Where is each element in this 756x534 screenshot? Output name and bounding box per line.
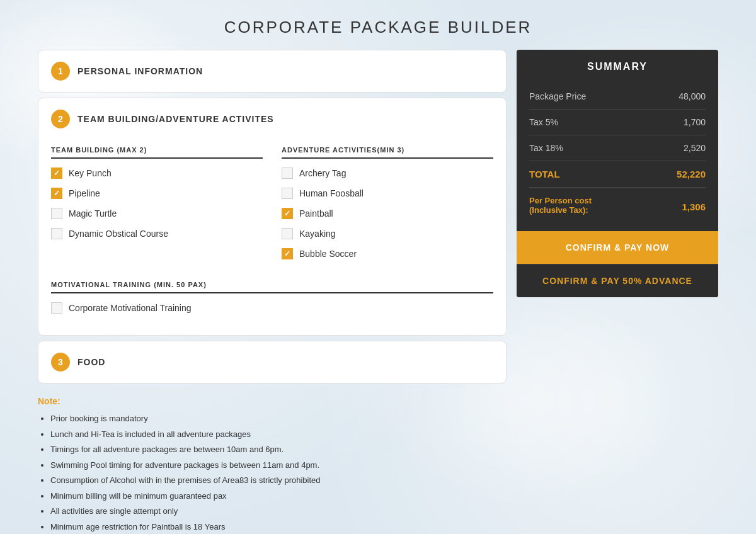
confirm-pay-button[interactable]: CONFIRM & PAY NOW	[517, 231, 718, 264]
note-item: Consumption of Alcohol with in the premi…	[50, 474, 718, 487]
summary-rows: Package Price 48,000 Tax 5% 1,700 Tax 18…	[517, 84, 718, 231]
section-2-title: TEAM BUILDING/ADVENTURE ACTIVITES	[77, 114, 274, 124]
note-item: All activities are single attempt only	[50, 505, 718, 518]
key-punch-item: Key Punch	[51, 168, 263, 179]
team-building-col: TEAM BUILDING (MAX 2) Key Punch Pipeline…	[51, 146, 263, 268]
section-1-header: 1 PERSONAL INFORMATION	[38, 50, 506, 92]
archery-tag-checkbox[interactable]	[282, 168, 293, 179]
summary-title: SUMMARY	[517, 50, 718, 84]
per-person-label: Per Person cost(Inclusive Tax):	[529, 196, 592, 215]
per-person-value: 1,306	[682, 202, 706, 212]
corporate-motivational-checkbox[interactable]	[51, 302, 62, 314]
paintball-checkbox[interactable]	[282, 208, 293, 219]
package-price-row: Package Price 48,000	[529, 84, 706, 110]
magic-turtle-item: Magic Turtle	[51, 208, 263, 219]
notes-list: Prior booking is mandatoryLunch and Hi-T…	[38, 412, 718, 534]
tax18-row: Tax 18% 2,520	[529, 135, 706, 161]
corporate-motivational-label: Corporate Motivational Training	[69, 303, 192, 313]
human-foosball-label: Human Foosball	[299, 188, 364, 198]
total-value: 52,220	[677, 169, 706, 179]
package-price-value: 48,000	[679, 91, 706, 101]
left-panel: 1 PERSONAL INFORMATION 2 TEAM BUILDING/A…	[38, 50, 507, 383]
section-2-header: 2 TEAM BUILDING/ADVENTURE ACTIVITES	[38, 98, 506, 140]
page-title: CORPORATE PACKAGE BUILDER	[0, 0, 756, 50]
total-label: TOTAL	[529, 169, 560, 179]
archery-tag-item: Archery Tag	[282, 168, 493, 179]
bubble-soccer-label: Bubble Soccer	[299, 249, 357, 259]
section-2-body: TEAM BUILDING (MAX 2) Key Punch Pipeline…	[38, 140, 506, 335]
human-foosball-checkbox[interactable]	[282, 188, 293, 199]
human-foosball-item: Human Foosball	[282, 188, 493, 199]
motivational-title: MOTIVATIONAL TRAINING (MIN. 50 PAX)	[51, 281, 493, 293]
magic-turtle-label: Magic Turtle	[69, 208, 117, 219]
section-2-number: 2	[51, 110, 70, 128]
dynamic-obstical-item: Dynamic Obstical Course	[51, 228, 263, 239]
section-personal-info: 1 PERSONAL INFORMATION	[38, 50, 507, 93]
note-item: Timings for all adventure packages are b…	[50, 443, 718, 456]
note-item: Minimum billing will be minimum guarante…	[50, 490, 718, 503]
paintball-item: Paintball	[282, 208, 493, 219]
magic-turtle-checkbox[interactable]	[51, 208, 62, 219]
note-item: Minimum age restriction for Paintball is…	[50, 521, 718, 533]
pipeline-label: Pipeline	[69, 188, 100, 198]
archery-tag-label: Archery Tag	[299, 168, 346, 178]
key-punch-label: Key Punch	[69, 168, 112, 178]
section-3-header: 3 FOOD	[38, 341, 506, 383]
tax18-label: Tax 18%	[529, 143, 563, 153]
section-1-number: 1	[51, 62, 70, 81]
note-item: Lunch and Hi-Tea is included in all adve…	[50, 428, 718, 441]
section-3-number: 3	[51, 353, 70, 372]
summary-panel: SUMMARY Package Price 48,000 Tax 5% 1,70…	[517, 50, 718, 297]
section-food: 3 FOOD	[38, 341, 507, 383]
kayaking-checkbox[interactable]	[282, 228, 293, 239]
main-layout: 1 PERSONAL INFORMATION 2 TEAM BUILDING/A…	[0, 50, 756, 383]
dynamic-obstical-checkbox[interactable]	[51, 228, 62, 239]
per-person-row: Per Person cost(Inclusive Tax): 1,306	[529, 188, 706, 225]
key-punch-checkbox[interactable]	[51, 168, 62, 179]
bubble-soccer-checkbox[interactable]	[282, 248, 293, 259]
corporate-motivational-item: Corporate Motivational Training	[51, 302, 493, 314]
pipeline-checkbox[interactable]	[51, 188, 62, 199]
tax18-value: 2,520	[684, 143, 706, 153]
adventure-activities-col: ADVENTURE ACTIVITIES(MIN 3) Archery Tag …	[282, 146, 493, 268]
confirm-advance-button[interactable]: CONFIRM & PAY 50% ADVANCE	[517, 264, 718, 297]
tax5-label: Tax 5%	[529, 117, 558, 127]
tax5-row: Tax 5% 1,700	[529, 110, 706, 135]
paintball-label: Paintball	[299, 208, 333, 219]
per-person-inner: Per Person cost(Inclusive Tax): 1,306	[529, 196, 706, 217]
section-1-title: PERSONAL INFORMATION	[77, 66, 203, 76]
note-item: Swimming Pool timing for adventure packa…	[50, 459, 718, 472]
total-row: TOTAL 52,220	[529, 161, 706, 188]
activities-grid: TEAM BUILDING (MAX 2) Key Punch Pipeline…	[51, 146, 493, 268]
dynamic-obstical-label: Dynamic Obstical Course	[69, 229, 168, 239]
section-3-title: FOOD	[77, 357, 105, 367]
team-building-title: TEAM BUILDING (MAX 2)	[51, 146, 263, 159]
tax5-value: 1,700	[684, 117, 706, 127]
bubble-soccer-item: Bubble Soccer	[282, 248, 493, 259]
note-item: Prior booking is mandatory	[50, 412, 718, 425]
section-activities: 2 TEAM BUILDING/ADVENTURE ACTIVITES TEAM…	[38, 98, 507, 336]
notes-section: Note: Prior booking is mandatoryLunch an…	[0, 383, 756, 534]
kayaking-label: Kayaking	[299, 229, 336, 239]
notes-label: Note:	[38, 396, 718, 406]
kayaking-item: Kayaking	[282, 228, 493, 239]
package-price-label: Package Price	[529, 91, 586, 101]
motivational-section: MOTIVATIONAL TRAINING (MIN. 50 PAX) Corp…	[51, 281, 493, 314]
adventure-activities-title: ADVENTURE ACTIVITIES(MIN 3)	[282, 146, 493, 159]
pipeline-item: Pipeline	[51, 188, 263, 199]
